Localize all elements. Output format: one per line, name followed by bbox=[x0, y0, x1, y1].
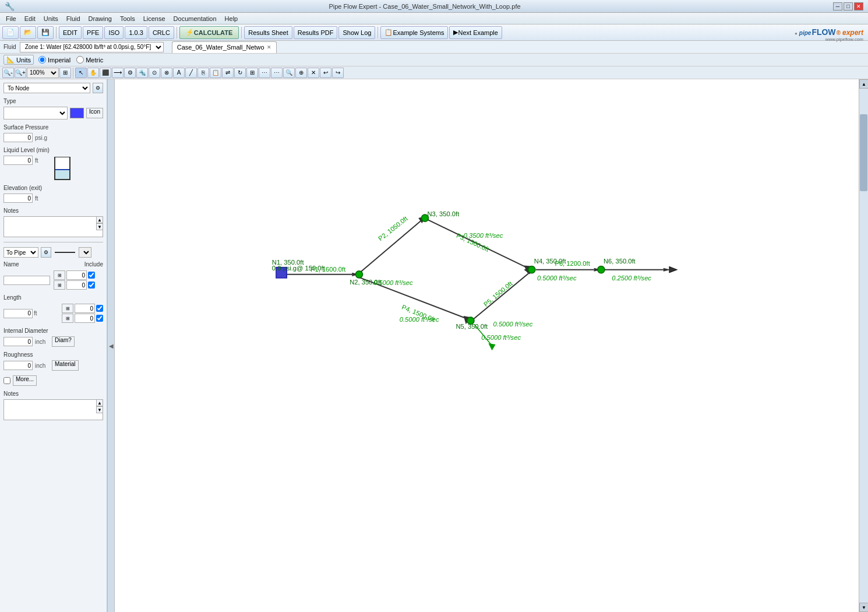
mirror-btn[interactable]: ⇌ bbox=[222, 68, 234, 78]
menu-edit[interactable]: Edit bbox=[21, 15, 39, 23]
include-cb-1[interactable] bbox=[88, 272, 95, 279]
diam-button[interactable]: Diam? bbox=[52, 336, 75, 347]
results-sheet-button[interactable]: Results Sheet bbox=[244, 26, 292, 39]
open-button[interactable]: 📂 bbox=[20, 26, 36, 39]
pump-btn[interactable]: ⊙ bbox=[149, 68, 160, 78]
next-example-button[interactable]: ▶ Next Example bbox=[449, 26, 502, 39]
roughness-input[interactable] bbox=[3, 361, 33, 370]
more-button[interactable]: More... bbox=[13, 375, 37, 386]
menu-fluid[interactable]: Fluid bbox=[63, 15, 84, 23]
pipe-notes-textarea[interactable] bbox=[3, 399, 103, 420]
fit-count-2[interactable] bbox=[66, 280, 87, 290]
canvas-area[interactable]: N1, 350.0ft 0.0 psi.g@ 150.0ft N2, 350.0… bbox=[115, 79, 868, 612]
menu-drawing[interactable]: Drawing bbox=[85, 15, 115, 23]
calculate-button[interactable]: ⚡ CALCULATE bbox=[179, 26, 239, 39]
tab-close-button[interactable]: ✕ bbox=[267, 44, 271, 50]
minimize-button[interactable]: ─ bbox=[833, 2, 842, 10]
liquid-level-input[interactable] bbox=[3, 156, 33, 165]
menu-tools[interactable]: Tools bbox=[117, 15, 139, 23]
more1-btn[interactable]: ⋯ bbox=[259, 68, 270, 78]
save-button[interactable]: 💾 bbox=[37, 26, 54, 39]
pan-tool-btn[interactable]: ✋ bbox=[87, 68, 99, 78]
group-btn[interactable]: ⊞ bbox=[246, 68, 258, 78]
icon-button[interactable]: Icon bbox=[86, 108, 103, 118]
fit-btn[interactable]: ⊞ bbox=[59, 68, 71, 78]
imperial-radio[interactable] bbox=[38, 56, 46, 64]
fit-count-3[interactable] bbox=[75, 304, 95, 313]
restore-button[interactable]: □ bbox=[844, 2, 853, 10]
menu-file[interactable]: File bbox=[2, 15, 20, 23]
pipe-notes-scroll-down[interactable]: ▼ bbox=[96, 406, 103, 413]
include-cb-4[interactable] bbox=[96, 315, 103, 322]
iso-button[interactable]: ISO bbox=[104, 26, 124, 39]
notes-scroll-up[interactable]: ▲ bbox=[96, 216, 103, 223]
zoom-region-btn[interactable]: 🔍 bbox=[283, 68, 295, 78]
menu-help[interactable]: Help bbox=[221, 15, 242, 23]
active-tab[interactable]: Case_06_Water_Small_Netwo ✕ bbox=[172, 41, 277, 53]
scroll-up-btn[interactable]: ▲ bbox=[859, 79, 868, 89]
delete-btn[interactable]: ✕ bbox=[308, 68, 319, 78]
menu-license[interactable]: License bbox=[140, 15, 169, 23]
fitting-btn[interactable]: 🔩 bbox=[136, 68, 148, 78]
more-cb[interactable] bbox=[3, 377, 10, 384]
menu-documentation[interactable]: Documentation bbox=[170, 15, 220, 23]
vertical-scrollbar[interactable]: ▲ ▼ bbox=[859, 79, 868, 612]
redo-btn[interactable]: ↪ bbox=[332, 68, 344, 78]
example-systems-button[interactable]: 📋 Example Systems bbox=[380, 26, 448, 39]
rotate-btn[interactable]: ↻ bbox=[234, 68, 246, 78]
scroll-down-btn[interactable]: ▼ bbox=[859, 603, 868, 612]
material-button[interactable]: Material bbox=[52, 360, 79, 371]
include-cb-2[interactable] bbox=[88, 282, 95, 289]
more2-btn[interactable]: ⋯ bbox=[271, 68, 283, 78]
node-n6[interactable] bbox=[598, 266, 605, 273]
crlc-button[interactable]: CRLC bbox=[149, 26, 174, 39]
length-input[interactable] bbox=[3, 309, 33, 318]
elevation-input[interactable] bbox=[3, 194, 33, 203]
add-node-btn[interactable]: ⊕ bbox=[295, 68, 307, 78]
imperial-option[interactable]: Imperial bbox=[38, 56, 70, 64]
pipe-type-selector[interactable]: To Pipe bbox=[3, 247, 38, 258]
fitcount-btn-4[interactable]: ⊞ bbox=[62, 314, 73, 323]
pipe-p5[interactable] bbox=[474, 273, 529, 319]
results-pdf-button[interactable]: Results PDF bbox=[294, 26, 338, 39]
fitcount-btn-3[interactable]: ⊞ bbox=[62, 304, 73, 313]
fitcount-btn-2[interactable]: ⊞ bbox=[54, 280, 65, 290]
fit-count-4[interactable] bbox=[75, 314, 95, 323]
pfe-button[interactable]: PFE bbox=[83, 26, 103, 39]
node-settings-btn[interactable]: ⚙ bbox=[93, 83, 103, 93]
scroll-track-v[interactable] bbox=[859, 89, 868, 603]
pipe-notes-scroll-up[interactable]: ▲ bbox=[96, 399, 103, 406]
fitcount-btn-1[interactable]: ⊞ bbox=[54, 270, 65, 280]
text-btn[interactable]: A bbox=[173, 68, 185, 78]
node-notes-textarea[interactable] bbox=[3, 216, 103, 237]
node-type-selector[interactable]: To Node bbox=[3, 83, 90, 93]
units-button[interactable]: 📐 Units bbox=[3, 55, 34, 65]
zoom-in-btn[interactable]: 🔍+ bbox=[15, 68, 26, 78]
show-log-button[interactable]: Show Log bbox=[338, 26, 375, 39]
fluid-selector[interactable]: Zone 1: Water [62.428000 lb/ft³ at 0.0ps… bbox=[20, 42, 164, 52]
color-picker[interactable] bbox=[70, 108, 84, 118]
paste-btn[interactable]: 📋 bbox=[210, 68, 221, 78]
fit-count-1[interactable] bbox=[66, 270, 87, 280]
pipe-settings-btn[interactable]: ⚙ bbox=[41, 247, 51, 258]
metric-radio[interactable] bbox=[76, 56, 84, 64]
select-tool-btn[interactable]: ↖ bbox=[75, 68, 87, 78]
node-n2[interactable] bbox=[355, 271, 362, 278]
pipe-line-selector[interactable]: — bbox=[79, 247, 91, 258]
label-button[interactable]: 1.0.3 bbox=[125, 26, 147, 39]
surface-pressure-input[interactable] bbox=[3, 133, 33, 142]
line-btn[interactable]: ╱ bbox=[185, 68, 197, 78]
notes-scroll-down[interactable]: ▼ bbox=[96, 223, 103, 230]
type-selector[interactable] bbox=[3, 107, 68, 119]
internal-diameter-input[interactable] bbox=[3, 337, 33, 346]
pipe-tool-btn[interactable]: ⟶ bbox=[112, 68, 124, 78]
window-controls[interactable]: ─ □ ✕ bbox=[833, 2, 863, 10]
network-diagram[interactable]: N1, 350.0ft 0.0 psi.g@ 150.0ft N2, 350.0… bbox=[115, 79, 868, 612]
undo-btn[interactable]: ↩ bbox=[320, 68, 331, 78]
pipe-name-input[interactable] bbox=[3, 276, 50, 285]
valve-btn[interactable]: ⊗ bbox=[161, 68, 172, 78]
zoom-selector[interactable]: 100% bbox=[27, 68, 59, 78]
metric-option[interactable]: Metric bbox=[76, 56, 103, 64]
close-button[interactable]: ✕ bbox=[854, 2, 863, 10]
menu-units[interactable]: Units bbox=[40, 15, 62, 23]
